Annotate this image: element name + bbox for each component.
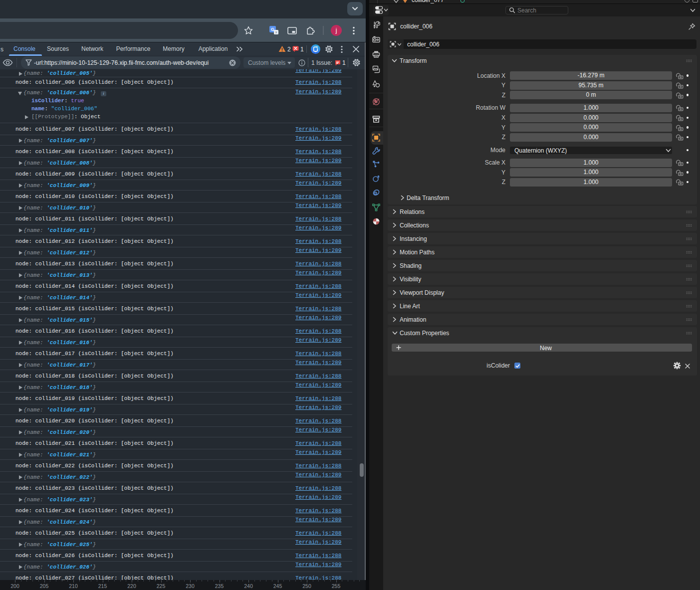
svg-text:G: G bbox=[271, 27, 274, 32]
svg-text:x: x bbox=[275, 30, 277, 34]
